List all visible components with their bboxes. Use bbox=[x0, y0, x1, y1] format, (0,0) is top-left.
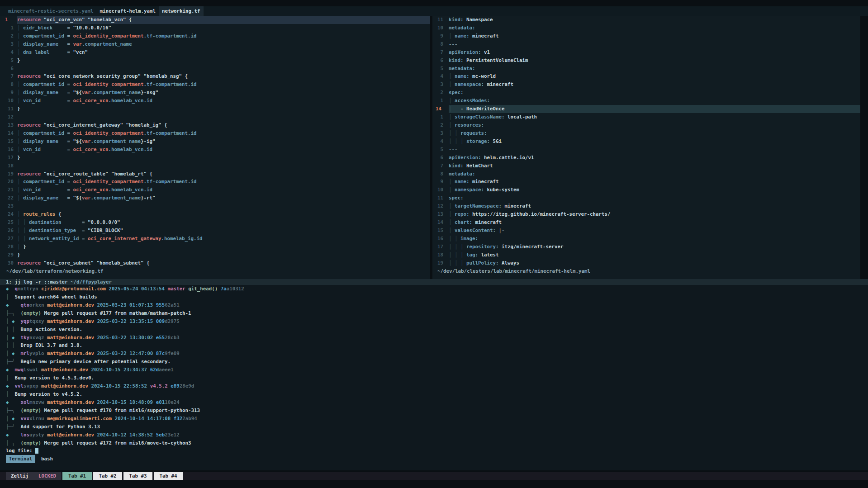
line-number: 6 bbox=[0, 65, 17, 73]
code-line: 14│ compartment_id = oci_identity_compar… bbox=[0, 129, 430, 137]
code-line: 23 bbox=[0, 202, 430, 210]
code-line: 27│ │ network_entity_id = oci_core_inter… bbox=[0, 235, 430, 243]
line-number: 2 bbox=[0, 32, 17, 40]
code-line: 5--- bbox=[432, 146, 860, 154]
line-number: 12 bbox=[432, 202, 449, 210]
statusline-left-path: ~/dev/lab/terraform/networking.tf bbox=[0, 267, 430, 275]
code-line: 5metadata: bbox=[432, 65, 860, 73]
line-number: 7 bbox=[432, 48, 449, 57]
buffer-tab-minecraft-helm[interactable]: minecraft-helm.yaml bbox=[97, 6, 159, 16]
line-number: 19 bbox=[432, 259, 449, 267]
code-line: 11spec: bbox=[432, 194, 860, 202]
code-line: 5} bbox=[0, 57, 430, 65]
line-number: 11 bbox=[432, 194, 449, 202]
log-line: │ │ Drop EOL 3.7 and 3.8. bbox=[0, 341, 868, 350]
code-line: 6kind: PersistentVolumeClaim bbox=[432, 57, 860, 65]
code-line: 8--- bbox=[432, 40, 860, 48]
line-number: 10 bbox=[432, 186, 449, 194]
code-line: 19resource "oci_core_route_table" "homel… bbox=[0, 170, 430, 178]
code-line: 16│ vcn_id = oci_core_vcn.homelab_vcn.id bbox=[0, 146, 430, 154]
code-line: 17} bbox=[0, 154, 430, 162]
code-line: 2│ compartment_id = oci_identity_compart… bbox=[0, 32, 430, 40]
code-line: 3│ display_name = var.compartment_name bbox=[0, 40, 430, 48]
line-number: 9 bbox=[432, 178, 449, 186]
line-number: 18 bbox=[432, 251, 449, 259]
line-number: 21 bbox=[0, 186, 17, 194]
editor-pane-yaml[interactable]: 11kind: Namespace10metadata:9│ name: min… bbox=[432, 16, 860, 279]
terminal-tab-bash[interactable]: bash bbox=[35, 456, 53, 462]
zellij-tab-2[interactable]: Tab #2 bbox=[93, 472, 122, 480]
code-line: 1resource "oci_core_vcn" "homelab_vcn" { bbox=[0, 16, 430, 24]
log-line: │ ◆ mrlyvplo matt@einhorn.dev 2025-03-22… bbox=[0, 350, 868, 358]
code-line: 10metadata: bbox=[432, 24, 860, 32]
buffer-tab-minecraft-restic-secrets[interactable]: minecraft-restic-secrets.yaml bbox=[5, 6, 97, 16]
code-line: 30resource "oci_core_subnet" "homelab_su… bbox=[0, 259, 430, 267]
prompt-line[interactable]: log file: bbox=[0, 447, 868, 455]
zellij-tab-3[interactable]: Tab #3 bbox=[123, 472, 152, 480]
line-number: 2 bbox=[432, 121, 449, 129]
code-line: 11} bbox=[0, 105, 430, 113]
zellij-status-bar: Zellij LOCKED Tab #1 Tab #2 Tab #3 Tab #… bbox=[0, 472, 868, 480]
code-line: 26│ │ destination_type = "CIDR_BLOCK" bbox=[0, 227, 430, 235]
code-line: 8metadata: bbox=[432, 170, 860, 178]
line-number: 6 bbox=[432, 57, 449, 65]
terminal-tab-active[interactable]: Terminal bbox=[6, 455, 35, 463]
line-number: 24 bbox=[0, 210, 17, 218]
line-number: 14 bbox=[0, 129, 17, 137]
log-line: │ Support aarch64 wheel builds bbox=[0, 293, 868, 301]
code-line: 9│ name: minecraft bbox=[432, 32, 860, 40]
line-number: 22 bbox=[0, 194, 17, 202]
zellij-tab-1[interactable]: Tab #1 bbox=[62, 472, 92, 480]
line-number: 4 bbox=[0, 48, 17, 57]
terminal-title-command: 1: jj log -r ::master bbox=[6, 279, 68, 285]
log-line: ◆ losuysty matt@einhorn.dev 2024-10-12 1… bbox=[0, 431, 868, 439]
log-line: ◆ mwqlswol matt@einhorn.dev 2024-10-15 2… bbox=[0, 366, 868, 374]
editor-pane-terraform[interactable]: 1resource "oci_core_vcn" "homelab_vcn" {… bbox=[0, 16, 430, 279]
line-number: 4 bbox=[432, 72, 449, 81]
jj-log-output: ◆ qmxttryn cjriddz@protonmail.com 2025-0… bbox=[0, 285, 868, 463]
line-number: 12 bbox=[0, 113, 17, 121]
code-lines-yaml: 11kind: Namespace10metadata:9│ name: min… bbox=[432, 16, 860, 267]
code-line: 10│ namespace: kube-system bbox=[432, 186, 860, 194]
terminal-pane[interactable]: 1: jj log -r ::master ~/d/ffpyplayer ◆ q… bbox=[0, 279, 868, 470]
line-number: 15 bbox=[0, 137, 17, 146]
code-line: 24│ route_rules { bbox=[0, 210, 430, 218]
line-number: 16 bbox=[0, 146, 17, 154]
log-line: │ │ Bump actions version. bbox=[0, 326, 868, 334]
line-number: 8 bbox=[432, 40, 449, 48]
zellij-app-label: Zellij bbox=[11, 472, 28, 480]
line-number: 1 bbox=[432, 113, 449, 121]
buffer-tab-networking-tf[interactable]: networking.tf bbox=[159, 6, 204, 16]
line-number: 10 bbox=[0, 97, 17, 105]
code-line: 13│ repo: https://itzg.github.io/minecra… bbox=[432, 210, 860, 218]
zellij-session: { "editor": { "bufferline": { "tabs": [ … bbox=[0, 0, 868, 488]
line-number: 5 bbox=[0, 57, 17, 65]
zellij-mode-badge: LOCKED bbox=[38, 472, 56, 480]
line-number: 20 bbox=[0, 178, 17, 186]
code-line: 1│ accessModes: bbox=[432, 97, 860, 105]
code-line: 9│ name: minecraft bbox=[432, 178, 860, 186]
line-number: 7 bbox=[432, 162, 449, 170]
line-number: 3 bbox=[432, 129, 449, 137]
code-line: 25│ │ destination = "0.0.0.0/0" bbox=[0, 218, 430, 227]
log-line: ◆ qmxttryn cjriddz@protonmail.com 2025-0… bbox=[0, 285, 868, 293]
code-line: 29} bbox=[0, 251, 430, 259]
zellij-tab-4[interactable]: Tab #4 bbox=[154, 472, 183, 480]
line-number: 19 bbox=[0, 170, 17, 178]
statusline-right-path: ~/dev/lab/clusters/lab/minecraft/minecra… bbox=[432, 267, 860, 275]
code-line: 20│ compartment_id = oci_identity_compar… bbox=[0, 178, 430, 186]
code-line: 18 bbox=[0, 162, 430, 170]
line-number: 1 bbox=[432, 97, 449, 105]
code-line: 3│ namespace: minecraft bbox=[432, 81, 860, 89]
log-line: │ Bump version to 4.5.3.dev0. bbox=[0, 374, 868, 382]
terminal-title-directory: ~/d/ffpyplayer bbox=[68, 279, 112, 285]
code-line: 7kind: HelmChart bbox=[432, 162, 860, 170]
code-line: 28│ } bbox=[0, 243, 430, 251]
line-number: 10 bbox=[432, 24, 449, 32]
code-line: 4│ dns_label = "vcn" bbox=[0, 48, 430, 57]
log-line: │ ◆ yqptqxsy matt@einhorn.dev 2025-03-22… bbox=[0, 317, 868, 326]
line-number: 25 bbox=[0, 218, 17, 227]
code-line: 13resource "oci_core_internet_gateway" "… bbox=[0, 121, 430, 129]
code-line: 2│ resources: bbox=[432, 121, 860, 129]
code-line: 4│ │ │ storage: 5Gi bbox=[432, 137, 860, 146]
